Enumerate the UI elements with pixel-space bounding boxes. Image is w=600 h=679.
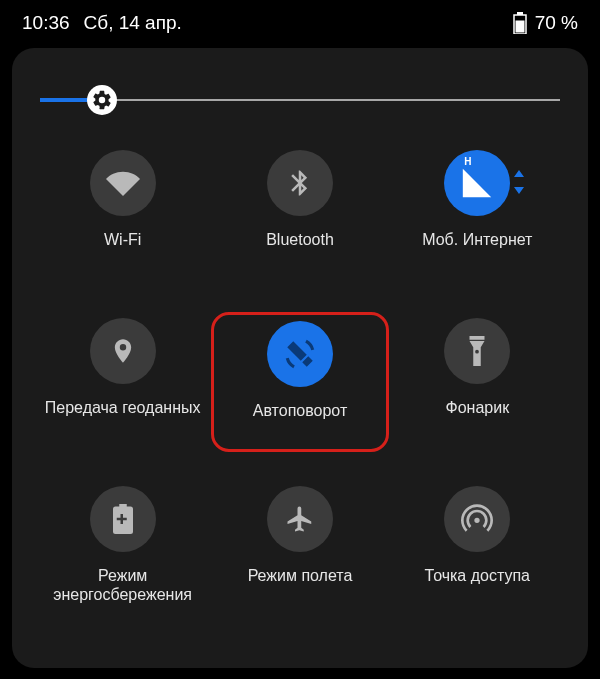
tile-flashlight[interactable]: Фонарик [389, 312, 566, 452]
tile-airplane[interactable]: Режим полета [211, 480, 388, 620]
tile-bluetooth[interactable]: Bluetooth [211, 144, 388, 284]
tile-battery-saver[interactable]: Режим энергосбережения [34, 480, 211, 620]
brightness-slider[interactable] [40, 86, 560, 116]
tile-label: Точка доступа [425, 566, 530, 585]
tiles-grid: Wi-Fi Bluetooth H Моб. Интернет Передача… [34, 144, 566, 620]
bluetooth-icon [267, 150, 333, 216]
tile-location[interactable]: Передача геоданных [34, 312, 211, 452]
tile-label: Режим энергосбережения [53, 566, 192, 604]
tile-wifi[interactable]: Wi-Fi [34, 144, 211, 284]
tile-label: Фонарик [446, 398, 510, 417]
tile-label: Wi-Fi [104, 230, 141, 249]
tile-label: Моб. Интернет [422, 230, 532, 249]
wifi-icon [90, 150, 156, 216]
battery-saver-icon [90, 486, 156, 552]
tile-label: Bluetooth [266, 230, 334, 249]
tile-label: Передача геоданных [45, 398, 201, 417]
flashlight-icon [444, 318, 510, 384]
mobile-data-icon: H [444, 150, 510, 216]
status-date: Сб, 14 апр. [84, 12, 182, 34]
tile-mobile-data[interactable]: H Моб. Интернет [389, 144, 566, 284]
hotspot-icon [444, 486, 510, 552]
status-bar: 10:36 Сб, 14 апр. 70 % [0, 0, 600, 40]
tile-label: Режим полета [248, 566, 353, 585]
tile-autorotate[interactable]: Автоповорот [211, 312, 388, 452]
brightness-thumb[interactable] [87, 85, 117, 115]
status-time: 10:36 [22, 12, 70, 34]
battery-icon [513, 12, 527, 34]
gear-icon [91, 89, 113, 111]
brightness-track [40, 99, 560, 101]
tile-hotspot[interactable]: Точка доступа [389, 480, 566, 620]
battery-percent: 70 % [535, 12, 578, 34]
svg-rect-2 [515, 21, 524, 33]
autorotate-icon [267, 321, 333, 387]
tile-label: Автоповорот [253, 401, 347, 420]
airplane-icon [267, 486, 333, 552]
quick-settings-panel: Wi-Fi Bluetooth H Моб. Интернет Передача… [12, 48, 588, 668]
location-icon [90, 318, 156, 384]
